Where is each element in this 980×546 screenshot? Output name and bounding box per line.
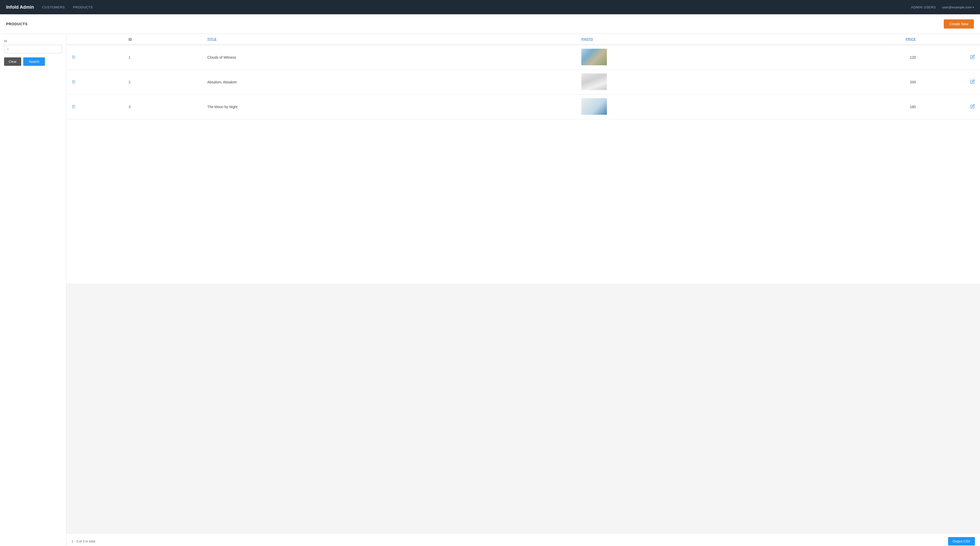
filter-buttons: Clear Search (4, 57, 62, 66)
nav-products[interactable]: PRODUCTS (73, 5, 93, 9)
col-header-action (921, 34, 980, 45)
row-title: Clouds of Witness (202, 45, 576, 70)
product-thumbnail (581, 98, 607, 115)
navbar-left: Infold Admin CUSTOMERS PRODUCTS (6, 5, 93, 10)
table-row: 🖹 2 Absalom, Absalom 200 (66, 70, 980, 95)
table-row: 🖹 1 Clouds of Witness 120 (66, 45, 980, 70)
search-button[interactable]: Search (23, 57, 45, 66)
main-layout: Id Clear Search ID TITLE PHOTO PRICE (0, 34, 980, 546)
product-thumbnail (581, 73, 607, 90)
output-csv-button[interactable]: Output CSV (948, 537, 975, 546)
col-header-price[interactable]: PRICE (773, 34, 921, 45)
row-photo (576, 70, 773, 95)
row-id: 1 (124, 45, 202, 70)
edit-button[interactable] (970, 105, 975, 110)
row-doc-icon-cell: 🖹 (66, 45, 124, 70)
create-new-button[interactable]: Create New (944, 19, 974, 29)
filter-id-input[interactable] (4, 45, 62, 53)
user-email: user@example.com (942, 5, 972, 9)
table-footer: 1 - 3 of 3 in total Output CSV (66, 533, 980, 546)
col-header-title[interactable]: TITLE (202, 34, 576, 45)
product-thumbnail (581, 49, 607, 65)
edit-button[interactable] (970, 56, 975, 60)
doc-icon: 🖹 (72, 55, 76, 60)
products-table: ID TITLE PHOTO PRICE 🖹 1 Clouds of (66, 34, 980, 119)
col-header-id[interactable]: ID (124, 34, 202, 45)
navbar: Infold Admin CUSTOMERS PRODUCTS ADMIN US… (0, 0, 980, 14)
row-title: Absalom, Absalom (202, 70, 576, 95)
row-price: 200 (773, 70, 921, 95)
row-photo (576, 95, 773, 119)
user-menu-caret-icon: ▾ (973, 6, 974, 9)
content-area: ID TITLE PHOTO PRICE 🖹 1 Clouds of (66, 34, 980, 546)
sidebar: Id Clear Search (0, 34, 66, 546)
table-container: ID TITLE PHOTO PRICE 🖹 1 Clouds of (66, 34, 980, 284)
row-photo (576, 45, 773, 70)
doc-icon: 🖹 (72, 104, 76, 110)
filter-id-label: Id (4, 39, 62, 43)
col-header-icon (66, 34, 124, 45)
row-action (921, 95, 980, 119)
user-menu[interactable]: user@example.com ▾ (942, 5, 974, 9)
admin-users-link[interactable]: ADMIN USERS (911, 5, 936, 9)
row-doc-icon-cell: 🖹 (66, 70, 124, 95)
empty-area (66, 284, 980, 533)
doc-icon: 🖹 (72, 79, 76, 85)
col-header-photo[interactable]: PHOTO (576, 34, 773, 45)
navbar-right: ADMIN USERS user@example.com ▾ (911, 5, 974, 9)
row-price: 120 (773, 45, 921, 70)
row-doc-icon-cell: 🖹 (66, 95, 124, 119)
pagination-info: 1 - 3 of 3 in total (72, 540, 95, 543)
clear-button[interactable]: Clear (4, 57, 21, 66)
brand-logo[interactable]: Infold Admin (6, 5, 34, 10)
table-header-row: ID TITLE PHOTO PRICE (66, 34, 980, 45)
page-header: PRODUCTS Create New (0, 14, 980, 34)
table-row: 🖹 3 The Moon by Night 180 (66, 95, 980, 119)
page-title: PRODUCTS (6, 22, 27, 26)
edit-button[interactable] (970, 80, 975, 85)
row-id: 3 (124, 95, 202, 119)
row-action (921, 45, 980, 70)
row-action (921, 70, 980, 95)
row-price: 180 (773, 95, 921, 119)
row-title: The Moon by Night (202, 95, 576, 119)
row-id: 2 (124, 70, 202, 95)
nav-customers[interactable]: CUSTOMERS (42, 5, 65, 9)
